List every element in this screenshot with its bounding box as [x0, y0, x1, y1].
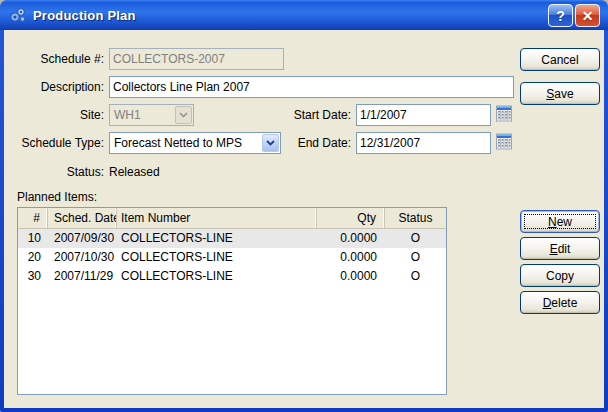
cell-status: O — [385, 229, 446, 248]
schedule-type-dropdown[interactable]: Forecast Netted to MPS — [109, 132, 281, 154]
dialog-content: Schedule #: Description: Site: WH1 Start… — [4, 30, 604, 408]
cell-item-number: COLLECTORS-LINE — [117, 267, 317, 286]
window-title: Production Plan — [33, 8, 136, 23]
save-button[interactable]: Save — [520, 82, 600, 105]
start-date-field[interactable] — [356, 104, 491, 126]
column-header-num[interactable]: # — [18, 208, 48, 228]
description-label: Description: — [4, 80, 104, 94]
description-field[interactable] — [109, 76, 514, 98]
end-date-field[interactable] — [356, 132, 491, 154]
column-header-status[interactable]: Status — [385, 208, 446, 228]
schedule-number-field — [109, 48, 284, 70]
status-label: Status: — [4, 165, 104, 179]
chevron-down-icon — [175, 106, 192, 124]
schedule-type-label: Schedule Type: — [4, 136, 104, 150]
cell-item-number: COLLECTORS-LINE — [117, 229, 317, 248]
cell-qty: 0.0000 — [317, 248, 385, 267]
help-icon: ? — [556, 8, 565, 24]
help-button[interactable]: ? — [548, 4, 573, 27]
calendar-icon — [496, 105, 512, 122]
titlebar-buttons: ? ✕ — [548, 4, 600, 27]
cell-qty: 0.0000 — [317, 229, 385, 248]
column-header-item-number[interactable]: Item Number — [117, 208, 317, 228]
edit-button[interactable]: Edit — [520, 237, 600, 260]
titlebar[interactable]: Production Plan ? ✕ — [0, 0, 608, 30]
end-date-calendar-button[interactable] — [495, 132, 513, 154]
delete-button[interactable]: Delete — [520, 291, 600, 314]
table-header-row: # Sched. Date Item Number Qty Status — [18, 208, 446, 229]
cell-num: 10 — [18, 229, 48, 248]
gears-icon — [8, 5, 28, 25]
site-dropdown: WH1 — [109, 104, 194, 126]
calendar-icon — [496, 133, 512, 150]
cell-status: O — [385, 267, 446, 286]
site-label: Site: — [4, 108, 104, 122]
cell-sched-date: 2007/10/30 — [48, 248, 117, 267]
cancel-button[interactable]: Cancel — [520, 48, 600, 71]
cell-status: O — [385, 248, 446, 267]
cell-sched-date: 2007/09/30 — [48, 229, 117, 248]
copy-button[interactable]: Copy — [520, 264, 600, 287]
planned-items-label: Planned Items: — [17, 190, 97, 204]
cell-qty: 0.0000 — [317, 267, 385, 286]
start-date-label: Start Date: — [259, 108, 351, 122]
site-value: WH1 — [110, 108, 174, 122]
cell-num: 30 — [18, 267, 48, 286]
table-row[interactable]: 20 2007/10/30 COLLECTORS-LINE 0.0000 O — [18, 248, 446, 267]
column-header-sched-date[interactable]: Sched. Date — [48, 208, 117, 228]
column-header-qty[interactable]: Qty — [317, 208, 385, 228]
schedule-number-label: Schedule #: — [4, 52, 104, 66]
planned-items-table: # Sched. Date Item Number Qty Status 10 … — [17, 207, 447, 395]
close-icon: ✕ — [582, 8, 594, 24]
schedule-type-value: Forecast Netted to MPS — [110, 136, 261, 150]
table-row[interactable]: 30 2007/11/29 COLLECTORS-LINE 0.0000 O — [18, 267, 446, 286]
status-value: Released — [109, 165, 160, 179]
cell-num: 20 — [18, 248, 48, 267]
production-plan-window: Production Plan ? ✕ Schedule #: Descript… — [0, 0, 608, 412]
cell-item-number: COLLECTORS-LINE — [117, 248, 317, 267]
table-row[interactable]: 10 2007/09/30 COLLECTORS-LINE 0.0000 O — [18, 229, 446, 248]
cell-sched-date: 2007/11/29 — [48, 267, 117, 286]
start-date-calendar-button[interactable] — [495, 104, 513, 126]
close-button[interactable]: ✕ — [575, 4, 600, 27]
end-date-label: End Date: — [259, 136, 351, 150]
new-button[interactable]: New — [520, 210, 600, 233]
